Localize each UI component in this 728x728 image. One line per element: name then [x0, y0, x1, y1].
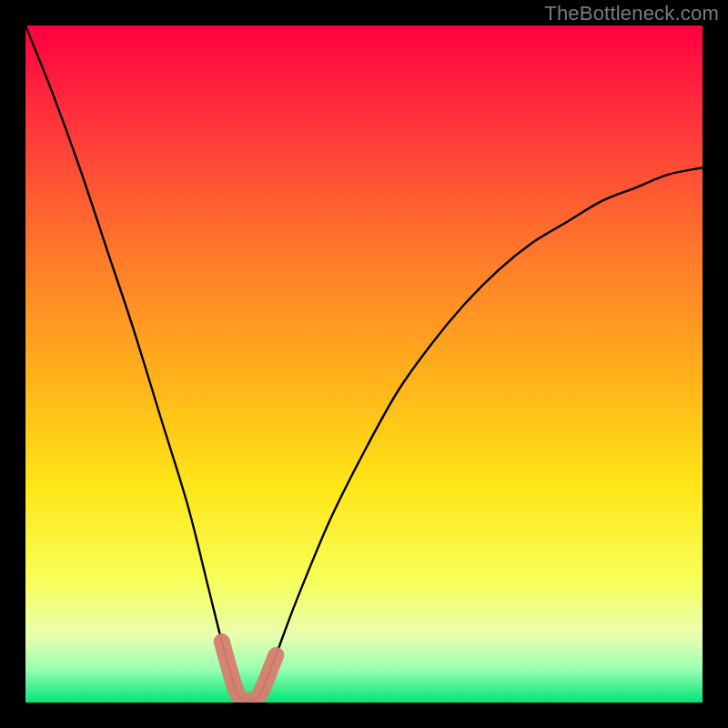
chart-frame: TheBottleneck.com — [0, 0, 728, 728]
plot-area — [25, 25, 703, 703]
watermark-text: TheBottleneck.com — [544, 2, 719, 25]
bottleneck-curve — [25, 25, 703, 703]
